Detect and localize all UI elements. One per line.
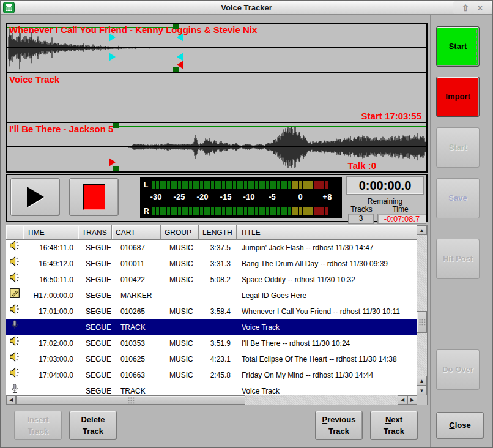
fade-marker-icon[interactable] bbox=[109, 33, 116, 42]
waveform-panel-next-track[interactable]: I'll Be There - Jackson 5 Talk :0 bbox=[7, 122, 426, 171]
scroll-left-icon[interactable]: ◀ bbox=[398, 395, 407, 405]
speaker-icon bbox=[9, 367, 20, 383]
meter-scale-tick: -5 bbox=[269, 192, 276, 201]
end-marker-icon[interactable] bbox=[177, 61, 183, 69]
track1-title: Whenever I Call You Friend - Kenny Loggi… bbox=[9, 24, 257, 35]
table-row[interactable]: 17:03:00.0SEGUE010625MUSIC4:23.1Total Ec… bbox=[6, 351, 417, 367]
cell-title: Legal ID Goes Here bbox=[237, 288, 417, 304]
column-header-icon[interactable] bbox=[6, 225, 23, 240]
table-row[interactable]: 16:50:11.0SEGUE010422MUSIC5:08.2Space Od… bbox=[6, 272, 417, 288]
start-handle-icon[interactable] bbox=[113, 166, 119, 171]
cell-cart: MARKER bbox=[112, 288, 161, 304]
cell-time: 16:48:11.0 bbox=[23, 240, 78, 256]
fade-marker-line[interactable] bbox=[116, 24, 116, 72]
cell-trans: SEGUE bbox=[78, 240, 112, 256]
cell-title: Whenever I Call You Friend -- rdhost 11/… bbox=[237, 304, 417, 319]
vertical-scrollbar[interactable]: ▲ ▲ ▼ bbox=[417, 225, 427, 395]
cell-length: 5:08.2 bbox=[199, 272, 237, 288]
cell-title: Space Oddity -- rdhost 11/30 10:32 bbox=[237, 272, 417, 288]
fade-marker-icon[interactable] bbox=[109, 53, 116, 61]
start-handle-icon[interactable] bbox=[113, 122, 119, 128]
column-header-length[interactable]: LENGTH bbox=[199, 225, 237, 240]
cell-trans: SEGUE bbox=[78, 351, 112, 367]
start-record-button[interactable]: Start bbox=[436, 26, 480, 67]
cell-cart: 010353 bbox=[112, 335, 161, 351]
cell-time: 17:04:00.0 bbox=[23, 367, 78, 383]
waveform-panel-voice-track[interactable]: Voice Track Start 17:03:55 bbox=[7, 72, 426, 122]
table-row[interactable]: 17:02:00.0SEGUE010353MUSIC3:51.9I'll Be … bbox=[6, 335, 417, 351]
stop-button[interactable] bbox=[69, 178, 119, 216]
cell-group: MUSIC bbox=[161, 367, 199, 383]
column-header-trans[interactable]: TRANS bbox=[78, 225, 112, 240]
scrollbar-corner bbox=[417, 395, 427, 405]
close-window-icon[interactable]: × bbox=[478, 4, 483, 12]
table-row[interactable]: 16:49:12.0SEGUE010011MUSIC3:31.3Bang The… bbox=[6, 256, 417, 272]
cell-time bbox=[23, 319, 78, 335]
close-button[interactable]: Close bbox=[436, 412, 484, 439]
waveform-centerline bbox=[7, 146, 426, 147]
remaining-headers: Tracks Time bbox=[346, 205, 424, 214]
talk-time-label: Talk :0 bbox=[348, 160, 376, 171]
cell-cart: TRACK bbox=[112, 383, 161, 395]
import-button[interactable]: Import bbox=[436, 77, 480, 117]
table-row[interactable]: 16:48:11.0SEGUE010687MUSIC3:37.5Jumpin' … bbox=[6, 240, 417, 256]
cell-time: 16:50:11.0 bbox=[23, 272, 78, 288]
scroll-up-icon[interactable]: ▲ bbox=[417, 376, 427, 386]
cell-time: 17:01:00.0 bbox=[23, 304, 78, 319]
column-header-title[interactable]: TITLE bbox=[237, 225, 417, 240]
table-row[interactable]: 17:04:00.0SEGUE010663MUSIC2:45.8Friday O… bbox=[6, 367, 417, 383]
shade-window-icon[interactable]: ⇧ bbox=[462, 4, 469, 12]
delete-track-button[interactable]: Delete Track bbox=[69, 411, 117, 440]
waveform-centerline bbox=[7, 47, 426, 48]
meter-scale: -30-25-20-15-10-50+8 bbox=[140, 192, 342, 203]
fade-marker-icon[interactable] bbox=[177, 53, 183, 61]
column-header-cart[interactable]: CART bbox=[112, 225, 161, 240]
column-header-time[interactable]: TIME bbox=[23, 225, 78, 240]
titlebar[interactable]: Voice Tracker ⇧ × bbox=[1, 1, 492, 15]
table-row[interactable]: SEGUETRACKVoice Track bbox=[6, 383, 417, 395]
table-row[interactable]: SEGUETRACKVoice Track bbox=[6, 319, 417, 335]
next-track-button[interactable]: Next Track bbox=[370, 411, 418, 440]
track2-title: Voice Track bbox=[9, 74, 59, 84]
cell-trans: SEGUE bbox=[78, 304, 112, 319]
cell-group: MUSIC bbox=[161, 351, 199, 367]
scroll-left-icon[interactable]: ◀ bbox=[6, 395, 16, 405]
waveform-panel-previous-track[interactable]: Whenever I Call You Friend - Kenny Loggi… bbox=[7, 24, 426, 72]
scroll-right-icon[interactable]: ▶ bbox=[407, 395, 417, 405]
cell-length: 3:31.3 bbox=[199, 256, 237, 272]
start-marker-icon[interactable] bbox=[109, 158, 116, 166]
start-time-label: Start 17:03:55 bbox=[361, 111, 421, 121]
play-button[interactable] bbox=[10, 178, 60, 216]
horizontal-scroll-thumb[interactable] bbox=[16, 395, 245, 405]
segue-marker-line[interactable] bbox=[176, 24, 176, 72]
start-marker-line[interactable] bbox=[116, 123, 116, 171]
cell-group bbox=[161, 319, 199, 335]
meter-right-segments bbox=[152, 207, 328, 215]
table-row[interactable]: H17:00:00.0SEGUEMARKERLegal ID Goes Here bbox=[6, 288, 417, 304]
fade-marker-icon[interactable] bbox=[177, 33, 183, 42]
window-title: Voice Tracker bbox=[1, 3, 492, 12]
cell-trans: SEGUE bbox=[78, 288, 112, 304]
cell-trans: SEGUE bbox=[78, 335, 112, 351]
vertical-scroll-thumb[interactable] bbox=[417, 311, 427, 333]
remaining-time-value: -0:07:08.7 bbox=[377, 214, 426, 224]
cell-group: MUSIC bbox=[161, 240, 199, 256]
cell-title: Total Eclipse Of The Heart -- rdhost 11/… bbox=[237, 351, 417, 367]
meter-scale-tick: -10 bbox=[243, 192, 255, 201]
column-header-group[interactable]: GROUP bbox=[161, 225, 199, 240]
cell-length: 3:58.4 bbox=[199, 304, 237, 319]
table-row[interactable]: 17:01:00.0SEGUE010265MUSIC3:58.4Whenever… bbox=[6, 304, 417, 319]
meter-scale-tick: -25 bbox=[174, 192, 185, 201]
horizontal-scrollbar[interactable]: ◀ ◀ ▶ bbox=[6, 395, 417, 405]
cell-group bbox=[161, 288, 199, 304]
segue-handle-icon[interactable] bbox=[173, 24, 179, 29]
meter-scale-tick: -30 bbox=[150, 192, 162, 201]
log-table-header[interactable]: TIMETRANSCARTGROUPLENGTHTITLE bbox=[6, 225, 417, 240]
focus-ring bbox=[439, 29, 477, 64]
meter-scale-tick: +8 bbox=[323, 192, 332, 201]
scroll-up-icon[interactable]: ▲ bbox=[417, 225, 427, 235]
scroll-down-icon[interactable]: ▼ bbox=[417, 386, 427, 395]
track-waveform-group: Whenever I Call You Friend - Kenny Loggi… bbox=[6, 23, 428, 173]
cell-group: MUSIC bbox=[161, 304, 199, 319]
previous-track-button[interactable]: Previous Track bbox=[315, 411, 363, 440]
